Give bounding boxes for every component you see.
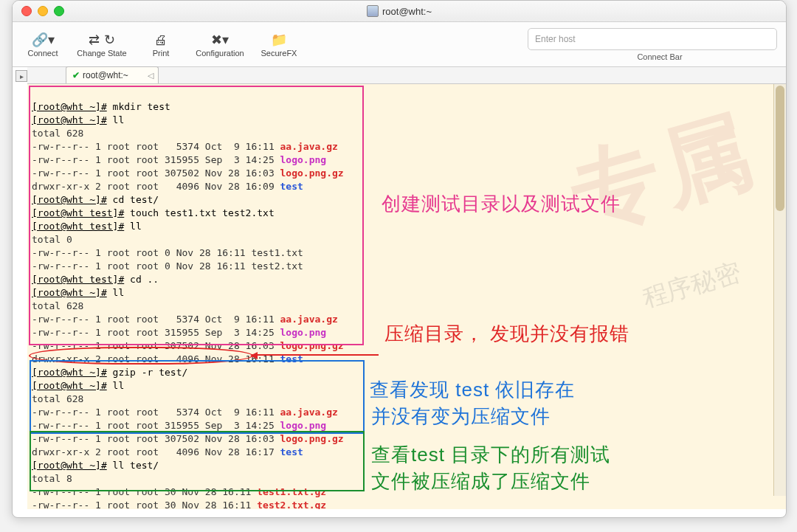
host-input[interactable]: Enter host [528,28,777,50]
close-icon[interactable] [21,6,32,16]
host-placeholder: Enter host [535,34,576,44]
annotation-arrow [252,354,379,356]
zoom-icon[interactable] [54,6,64,16]
securefx-label: SecureFX [253,49,305,58]
reconnect-icon: ⇄↻ [69,31,135,49]
securefx-button[interactable]: 📁 SecureFX [253,31,305,58]
configuration-button[interactable]: ✖▾ Configuration [187,31,253,58]
sessions-panel-toggle[interactable]: ▸ [15,70,27,82]
change-state-button[interactable]: ⇄↻ Change State [69,31,135,58]
printer-icon: 🖨 [135,31,187,49]
window-controls [21,6,64,16]
change-state-label: Change State [69,49,135,58]
check-icon: ✔ [72,70,80,80]
connect-label: Connect [17,49,69,58]
titlebar: root@wht:~ [13,1,786,22]
connect-button[interactable]: 🔗▾ Connect [17,31,69,58]
tools-icon: ✖▾ [187,31,253,49]
annotation-blue-line1: 查看发现 test 依旧存在 [370,376,575,403]
terminal-icon [367,5,379,17]
window-title: root@wht:~ [367,5,432,17]
configuration-label: Configuration [187,49,253,58]
window-title-text: root@wht:~ [382,6,432,17]
minimize-icon[interactable] [38,6,48,16]
tab-label: root@wht:~ [83,70,128,80]
toolbar: 🔗▾ Connect ⇄↻ Change State 🖨 Print ✖▾ Co… [13,22,786,67]
link-icon: 🔗▾ [17,31,69,49]
annotation-blue-line2: 并没有变为压缩文件 [371,403,551,429]
annotation-green-line1: 查看test 目录下的所有测试 [371,441,610,468]
print-label: Print [135,49,187,58]
app-window: root@wht:~ 🔗▾ Connect ⇄↻ Change State 🖨 … [12,0,787,518]
tab-bar-row: ▸ ✔ root@wht:~ ◁ 专属 程序秘密 [root@wht ~]# m… [13,67,786,509]
securefx-icon: 📁 [253,31,305,49]
print-button[interactable]: 🖨 Print [135,31,187,58]
annotation-green-line2: 文件被压缩成了压缩文件 [371,468,590,494]
tab-bar: ✔ root@wht:~ ◁ [27,67,786,84]
terminal-area[interactable]: 专属 程序秘密 [root@wht ~]# mkdir test [root@w… [27,84,786,509]
close-tab-icon[interactable]: ◁ [148,71,153,80]
annotation-red-text: 压缩目录， 发现并没有报错 [384,320,629,347]
connect-bar-label: Connect Bar [542,52,777,61]
annotation-pink-text: 创建测试目录以及测试文件 [382,190,621,217]
tab-session[interactable]: ✔ root@wht:~ ◁ [66,66,159,83]
